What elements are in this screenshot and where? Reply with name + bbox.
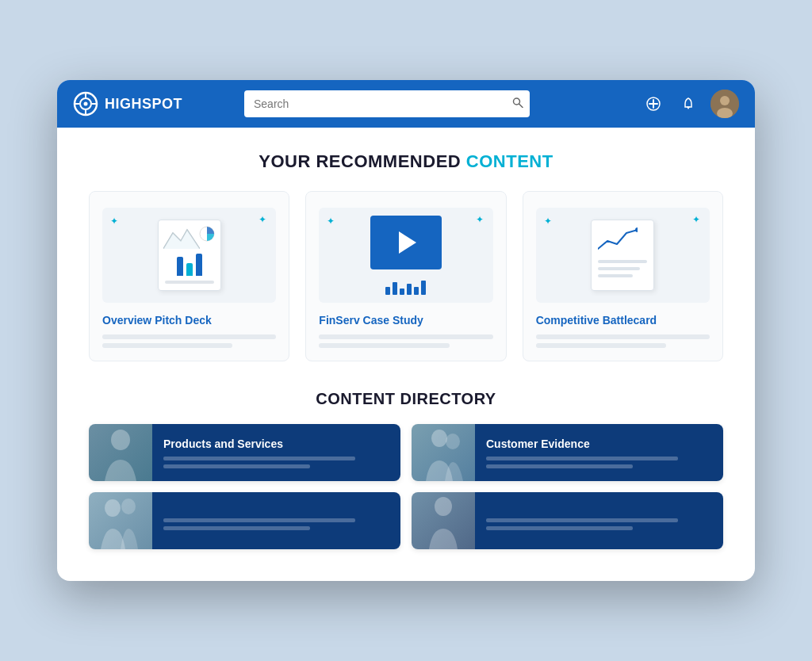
dir-name-products: Products and Services [163, 437, 389, 450]
dir-content-3 [152, 492, 400, 549]
video-bars [385, 281, 426, 295]
dir-content-products: Products and Services [152, 424, 400, 481]
main-content: YOUR RECOMMENDED CONTENT ✦ [57, 128, 755, 581]
dir-item-3[interactable] [89, 492, 400, 549]
avatar[interactable] [710, 90, 739, 118]
desc-line [102, 334, 276, 339]
search-input[interactable] [244, 90, 530, 117]
svg-point-24 [121, 499, 136, 514]
card-case-study[interactable]: ✦ ✦ [305, 191, 506, 361]
notifications-button[interactable] [676, 91, 701, 117]
dir-sub-line [486, 464, 633, 468]
desc-line [102, 343, 232, 348]
dir-item-products[interactable]: Products and Services [89, 424, 400, 481]
dir-sub-line [486, 518, 678, 522]
search-button[interactable] [512, 97, 523, 111]
dir-sub-lines-3 [163, 518, 389, 530]
dir-sub-line [163, 464, 310, 468]
dir-sub-line [163, 457, 355, 460]
dir-sub-lines-customer [486, 457, 712, 468]
dir-image-4 [412, 492, 475, 549]
person-figure-2 [412, 424, 475, 481]
sparkle-icon-2: ✦ [259, 214, 266, 225]
dir-image-3 [89, 492, 152, 549]
vbar [400, 288, 404, 295]
dir-sub-line [486, 457, 678, 460]
video-mock [370, 216, 442, 269]
svg-point-22 [446, 434, 460, 449]
dir-sub-line [163, 526, 310, 530]
sparkle-icon: ✦ [110, 216, 118, 227]
sparkle-icon-5: ✦ [544, 216, 552, 227]
directory-grid: Products and Services [89, 424, 723, 549]
card-desc-case [319, 334, 492, 348]
dir-image-products [89, 424, 152, 481]
dir-sub-line [486, 526, 633, 530]
logo[interactable]: HIGHSPOT [73, 91, 182, 117]
play-icon [399, 231, 416, 254]
sparkle-icon-3: ✦ [327, 216, 335, 227]
person-figure-3 [89, 492, 152, 549]
doc-mock-pitch [158, 220, 221, 291]
mountain-icon [163, 227, 200, 249]
bar-1 [177, 257, 183, 276]
pie-icon [198, 225, 216, 243]
doc-chart [177, 254, 202, 276]
svg-point-20 [111, 430, 130, 450]
card-pitch-deck[interactable]: ✦ [89, 191, 289, 361]
desc-line [536, 343, 666, 348]
video-container [370, 216, 442, 295]
logo-text: HIGHSPOT [105, 96, 182, 113]
bar-3 [196, 254, 202, 276]
svg-point-13 [688, 108, 689, 109]
vbar [414, 287, 419, 295]
desc-line [536, 334, 710, 339]
dir-sub-line [163, 518, 355, 522]
search-bar [244, 90, 530, 117]
person-figure-4 [412, 492, 475, 549]
navbar: HIGHSPOT [57, 80, 755, 128]
dir-sub-lines-products [163, 457, 389, 468]
card-thumbnail-video: ✦ ✦ [319, 208, 492, 303]
app-window: HIGHSPOT [57, 80, 755, 581]
doc-line [165, 281, 214, 284]
dir-item-4[interactable] [412, 492, 723, 549]
svg-point-15 [720, 96, 730, 105]
dir-image-customer [412, 424, 475, 481]
svg-point-25 [435, 497, 452, 516]
dir-sub-lines-4 [486, 518, 712, 530]
report-mock [591, 220, 654, 291]
cards-grid: ✦ [89, 191, 723, 361]
rline [598, 260, 647, 263]
recommended-title: YOUR RECOMMENDED CONTENT [89, 151, 723, 172]
vbar [393, 282, 397, 295]
recommended-title-part2: CONTENT [466, 151, 553, 171]
svg-point-23 [105, 499, 121, 517]
rline [598, 267, 640, 270]
card-battlecard[interactable]: ✦ ✦ Competitive Battleca [523, 191, 723, 361]
card-thumbnail-pitch: ✦ [102, 208, 276, 303]
sparkle-icon-4: ✦ [476, 214, 484, 225]
sparkle-icon-6: ✦ [692, 214, 700, 225]
dir-name-customer: Customer Evidence [486, 437, 712, 450]
report-chart-lines [598, 260, 647, 277]
card-title-battlecard: Competitive Battlecard [536, 314, 710, 327]
desc-line [319, 334, 492, 339]
directory-title: CONTENT DIRECTORY [89, 390, 723, 408]
bar-2 [186, 263, 193, 276]
rline [598, 274, 632, 277]
card-thumbnail-report: ✦ ✦ [536, 208, 710, 303]
dir-content-4 [475, 492, 723, 549]
dir-item-customer[interactable]: Customer Evidence [412, 424, 723, 481]
trend-icon [598, 227, 638, 252]
vbar [385, 287, 390, 295]
vbar [421, 281, 426, 295]
add-button[interactable] [641, 91, 666, 117]
card-title-pitch: Overview Pitch Deck [102, 314, 276, 327]
card-desc-pitch [102, 334, 276, 348]
card-desc-battlecard [536, 334, 710, 348]
svg-line-8 [519, 104, 523, 108]
nav-actions [641, 90, 739, 118]
recommended-title-part1: YOUR RECOMMENDED [259, 151, 461, 171]
svg-point-19 [635, 227, 638, 232]
